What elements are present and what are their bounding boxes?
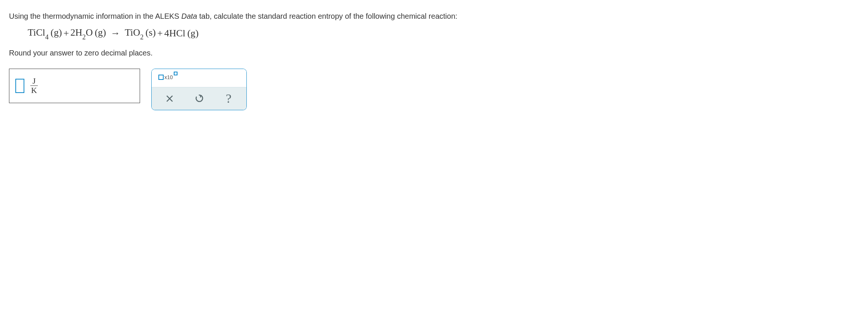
unit-numerator: J xyxy=(30,76,38,86)
species-ticl: TiCl xyxy=(28,27,45,38)
species-tio: TiO xyxy=(125,27,140,38)
question-text: Using the thermodynamic information in t… xyxy=(9,10,859,22)
chemical-equation: TiCl4 (g) + 2H2O (g) → TiO2 (s) + 4HCl (… xyxy=(28,27,859,40)
sub-4: 4 xyxy=(45,33,49,41)
undo-icon xyxy=(194,94,204,104)
reactant-1: TiCl4 (g) xyxy=(28,27,62,40)
phase-g3: (g) xyxy=(187,28,198,39)
exponent-box-icon xyxy=(174,72,177,75)
question-suffix: tab, calculate the standard reaction ent… xyxy=(197,12,457,20)
species-o: O xyxy=(86,27,93,38)
tool-bottom-row: ? xyxy=(152,87,246,110)
help-button[interactable]: ? xyxy=(219,92,238,105)
product-1: TiO2 (s) xyxy=(125,27,156,40)
tool-panel: x10 ? xyxy=(151,69,247,110)
unit-denominator: K xyxy=(29,86,39,95)
answer-input[interactable] xyxy=(15,79,24,93)
rounding-instruction: Round your answer to zero decimal places… xyxy=(9,49,859,57)
question-prefix: Using the thermodynamic information in t… xyxy=(9,12,181,20)
phase-g: (g) xyxy=(51,27,62,38)
answer-row: J K x10 xyxy=(9,69,859,110)
reaction-arrow: → xyxy=(110,28,120,39)
scientific-notation-button[interactable]: x10 xyxy=(158,74,177,80)
product-2: 4HCl (g) xyxy=(164,28,199,39)
reset-button[interactable] xyxy=(190,92,209,105)
coef-4: 4 xyxy=(164,28,169,39)
plus-sign-2: + xyxy=(157,28,163,39)
answer-box: J K xyxy=(9,69,140,103)
phase-s: (s) xyxy=(146,27,156,38)
plus-sign: + xyxy=(63,28,69,39)
species-hcl: HCl xyxy=(169,28,185,39)
phase-g2: (g) xyxy=(95,27,106,38)
coef-2: 2 xyxy=(70,27,75,38)
clear-button[interactable] xyxy=(160,92,179,105)
mantissa-box-icon xyxy=(158,75,164,80)
reactant-2: 2H2O (g) xyxy=(70,27,106,40)
sub-2: 2 xyxy=(82,33,86,41)
species-h: H xyxy=(75,27,82,38)
x10-label: x10 xyxy=(164,74,173,80)
question-mark-icon: ? xyxy=(226,92,231,106)
unit-fraction: J K xyxy=(29,76,39,95)
x-icon xyxy=(165,94,174,104)
data-tab-ref: Data xyxy=(181,12,197,20)
tool-top-row: x10 xyxy=(152,69,246,87)
sub-2b: 2 xyxy=(140,33,143,41)
